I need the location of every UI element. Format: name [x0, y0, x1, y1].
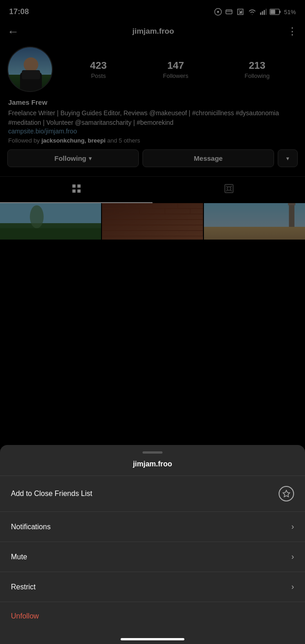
mute-chevron-icon: › — [291, 552, 294, 562]
notifications-chevron-icon: › — [291, 522, 294, 532]
home-indicator — [121, 638, 184, 640]
restrict-label: Restrict — [11, 583, 36, 591]
star-icon — [279, 486, 294, 501]
notifications-label: Notifications — [11, 523, 51, 531]
sheet-item-restrict[interactable]: Restrict › — [0, 572, 305, 602]
close-friends-label: Add to Close Friends List — [11, 490, 92, 498]
unfollow-label: Unfollow — [11, 612, 39, 620]
sheet-item-mute[interactable]: Mute › — [0, 542, 305, 572]
sheet-item-close-friends[interactable]: Add to Close Friends List — [0, 476, 305, 512]
handle-bar — [142, 451, 163, 454]
mute-label: Mute — [11, 553, 27, 561]
svg-marker-40 — [283, 491, 290, 497]
sheet-item-unfollow[interactable]: Unfollow — [0, 602, 305, 630]
sheet-item-notifications[interactable]: Notifications › — [0, 512, 305, 542]
bottom-sheet: jimjam.froo Add to Close Friends List No… — [0, 445, 305, 644]
sheet-title: jimjam.froo — [0, 457, 305, 476]
sheet-handle — [0, 445, 305, 457]
restrict-chevron-icon: › — [291, 582, 294, 592]
